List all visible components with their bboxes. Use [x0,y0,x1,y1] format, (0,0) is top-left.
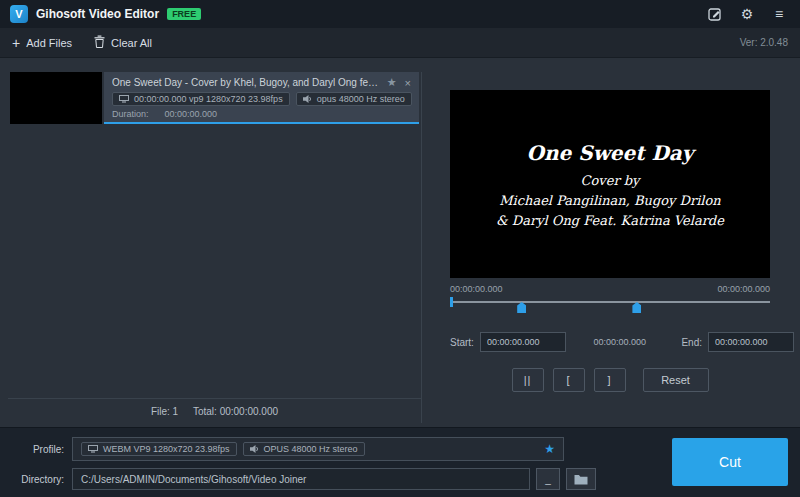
remove-file-icon[interactable]: × [405,77,411,89]
start-time-input[interactable] [480,332,566,352]
clear-all-label: Clear All [111,37,152,49]
output-bar: Profile: WEBM VP9 1280x720 23.98fps OPUS… [0,427,800,497]
set-end-bracket-button[interactable]: ] [594,368,626,392]
settings-gear-icon[interactable]: ⚙ [736,4,758,24]
playhead-marker[interactable] [450,297,453,307]
file-name: One Sweet Day - Cover by Khel, Bugoy, an… [112,77,379,88]
video-icon [88,445,98,453]
video-thumbnail[interactable] [10,72,102,124]
file-list-item[interactable]: One Sweet Day - Cover by Khel, Bugoy, an… [10,72,419,124]
profile-audio-text: OPUS 48000 Hz stereo [264,444,358,454]
favorite-star-icon[interactable]: ★ [387,76,397,89]
license-badge: FREE [167,8,201,20]
set-start-bracket-button[interactable]: [ [553,368,585,392]
add-files-label: Add Files [26,37,72,49]
file-title-row: One Sweet Day - Cover by Khel, Bugoy, an… [112,76,411,89]
preview-overlay-line-3: Michael Pangilinan, Bugoy Drilon [499,193,720,208]
profile-favorite-star-icon[interactable]: ★ [544,442,555,456]
profile-field[interactable]: WEBM VP9 1280x720 23.98fps OPUS 48000 Hz… [72,437,564,461]
current-time-value: 00:00:00.000 [566,337,674,347]
main-area: One Sweet Day - Cover by Khel, Bugoy, an… [0,58,800,427]
end-time-input[interactable] [708,332,794,352]
preview-overlay-line-1: One Sweet Day [527,141,694,165]
trim-start-handle[interactable] [517,302,526,313]
pause-button[interactable]: || [512,368,544,392]
file-list-panel: One Sweet Day - Cover by Khel, Bugoy, an… [8,72,422,423]
summary-total-duration: Total: 00:00:00.000 [193,406,278,417]
speaker-icon [303,95,312,103]
menu-icon[interactable]: ≡ [768,4,790,24]
total-time: 00:00:00.000 [717,284,770,294]
trim-slider [450,294,770,312]
plus-icon: + [12,36,20,50]
audio-codec-text: opus 48000 Hz stereo [317,94,405,104]
add-files-button[interactable]: + Add Files [12,36,72,50]
app-title: Gihosoft Video Editor [36,7,159,21]
app-logo-icon: V [10,5,28,23]
clear-all-button[interactable]: Clear All [94,35,152,50]
video-codec-badge: 00:00:00.000 vp9 1280x720 23.98fps [112,92,290,106]
duration-label: Duration: [112,109,149,119]
end-label: End: [681,337,702,348]
audio-codec-badge: opus 48000 Hz stereo [296,92,412,106]
elapsed-time: 00:00:00.000 [450,284,503,294]
profile-audio-badge: OPUS 48000 Hz stereo [243,442,365,456]
feedback-edit-icon[interactable] [704,4,726,24]
profile-video-badge: WEBM VP9 1280x720 23.98fps [81,442,237,456]
trim-end-handle[interactable] [632,302,641,313]
speaker-icon [250,445,259,453]
trash-icon [94,35,111,50]
app-window: V Gihosoft Video Editor FREE ⚙ ≡ + Add F… [0,0,800,497]
preview-overlay-line-4: & Daryl Ong Feat. Katrina Velarde [496,213,724,228]
slider-track[interactable] [450,301,770,303]
directory-label: Directory: [12,474,64,485]
file-list-summary: File: 1 Total: 00:00:00.000 [8,398,421,423]
start-label: Start: [450,337,474,348]
logo-letter: V [15,8,22,20]
timeline-time-row: 00:00:00.000 00:00:00.000 [450,284,770,294]
trim-time-row: Start: 00:00:00.000 End: [450,332,794,352]
browse-button[interactable]: _ [536,468,560,490]
titlebar: V Gihosoft Video Editor FREE ⚙ ≡ [0,0,800,28]
reset-button[interactable]: Reset [643,368,709,392]
video-preview[interactable]: One Sweet Day Cover by Michael Pangilina… [450,90,770,278]
cut-button[interactable]: Cut [672,438,788,486]
directory-input[interactable] [72,468,530,490]
summary-file-count: File: 1 [151,406,178,417]
toolbar: + Add Files Clear All Ver: 2.0.48 [0,28,800,58]
preview-panel: One Sweet Day Cover by Michael Pangilina… [422,72,792,423]
file-info-card[interactable]: One Sweet Day - Cover by Khel, Bugoy, an… [104,72,419,124]
folder-icon [574,474,588,485]
playback-controls: || [ ] Reset [450,368,770,392]
video-codec-text: 00:00:00.000 vp9 1280x720 23.98fps [134,94,283,104]
open-folder-button[interactable] [566,468,596,490]
duration-value: 00:00:00.000 [165,109,218,119]
file-duration-row: Duration: 00:00:00.000 [112,109,411,119]
version-text: Ver: 2.0.48 [740,37,788,48]
file-codec-row: 00:00:00.000 vp9 1280x720 23.98fps opus … [112,92,411,106]
video-icon [119,95,129,103]
profile-label: Profile: [12,444,64,455]
profile-video-text: WEBM VP9 1280x720 23.98fps [103,444,230,454]
preview-overlay-line-2: Cover by [581,173,640,188]
